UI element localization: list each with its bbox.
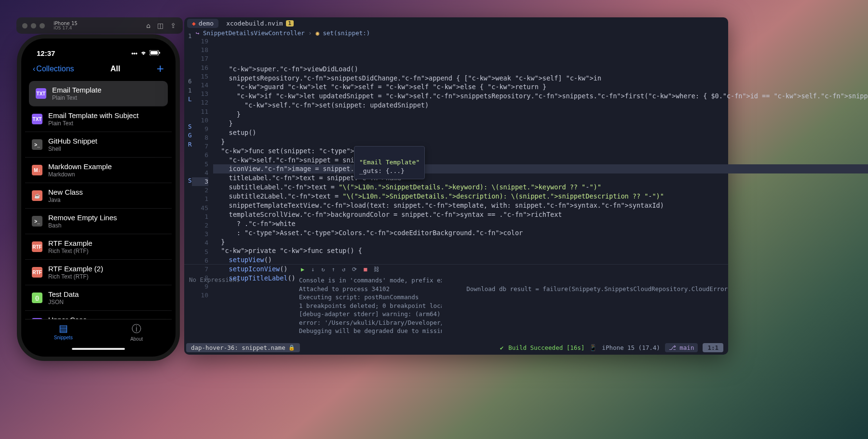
list-item[interactable]: >_ GitHub Snippet Shell	[25, 132, 172, 158]
list-item[interactable]: TXT Email Template Plain Text	[29, 81, 168, 106]
line-number: 15	[192, 72, 208, 81]
svg-rect-1	[150, 51, 158, 54]
tab-badge: 1	[286, 20, 294, 27]
file-icon: ☕	[32, 190, 42, 201]
step-back-icon[interactable]: ↺	[342, 266, 345, 273]
code-line[interactable]: : "c-type">Asset."c-type">Colors."c-fn">…	[213, 228, 868, 238]
list-item[interactable]: {} Test Data JSON	[25, 285, 172, 311]
step-into-icon[interactable]: ↻	[321, 266, 325, 273]
code-line[interactable]: "c-kw">private "c-kw">func setup() {	[213, 246, 868, 255]
item-subtitle: Shell	[48, 146, 97, 152]
line-number: 12	[192, 98, 208, 107]
code-line[interactable]: "c-kw">guard "c-kw">let "c-kw">self = "c…	[213, 82, 868, 92]
screenshot-icon[interactable]: ◫	[157, 22, 163, 29]
code-line[interactable]: "c-kw">self."c-fn">set(snippet: updatedS…	[213, 101, 868, 110]
code-line[interactable]: "c-kw">super."c-fn">viewDidLoad()	[213, 65, 868, 74]
step-over-icon[interactable]: ↓	[311, 266, 314, 273]
breadcrumb-class[interactable]: SnippetDetailsViewController	[203, 29, 305, 37]
code-line[interactable]: ? ."c-fn">white	[213, 219, 868, 228]
home-indicator[interactable]	[72, 348, 125, 350]
line-number: 17	[192, 54, 208, 63]
tab-xcodebuild-label: xcodebuild.nvim	[226, 20, 283, 27]
code-line[interactable]: subtitle2Label."c-fn">text = "\(">L10n."…	[213, 192, 868, 201]
file-icon: TXT	[32, 114, 42, 124]
home-icon[interactable]: ⌂	[146, 22, 150, 29]
snippet-list[interactable]: TXT Email Template Plain TextTXT Email T…	[25, 81, 172, 322]
code-line[interactable]: "c-kw">if "c-kw">let updatedSnippet = "c…	[213, 92, 868, 101]
svg-rect-2	[159, 52, 160, 53]
item-title: Test Data	[48, 290, 79, 298]
stop-icon[interactable]: ■	[364, 266, 367, 273]
item-title: Email Template with Subject	[48, 111, 138, 120]
line-number: 9	[192, 125, 208, 133]
file-icon: RTF	[32, 267, 42, 278]
lock-icon: 🔒	[288, 345, 295, 351]
code-line[interactable]: subtitleLabel."c-fn">text = "\(">L10n.">…	[213, 183, 868, 192]
breadcrumb[interactable]: ↪ SnippetDetailsViewController › ◉ set(s…	[192, 29, 868, 37]
code-line[interactable]: setup()	[213, 128, 868, 137]
code-line[interactable]: titleLabel."c-fn">text = snippet."c-fn">…	[213, 173, 868, 183]
debug-toolbar: ▶ ↓ ↻ ↑ ↺ ⟳ ■ ⛓	[296, 264, 384, 275]
status-device: iPhone 15 (17.4)	[602, 344, 660, 351]
code-line[interactable]: "c-kw">self."c-fn">snippet = snippet	[213, 156, 868, 165]
status-left: dap-hover-36: snippet.name 🔒	[186, 343, 300, 352]
list-item[interactable]: RTF RTF Example (2) Rich Text (RTF)	[25, 260, 172, 285]
line-number: 13	[192, 90, 208, 98]
sim-device: iPhone 15	[54, 21, 142, 26]
code-area[interactable]: "c-kw">super."c-fn">viewDidLoad() snippe…	[213, 37, 868, 262]
code-line[interactable]: }	[213, 238, 868, 247]
tab-snippets[interactable]: ▤ Snippets	[54, 322, 73, 340]
line-number: 8	[192, 133, 208, 142]
breadcrumb-func[interactable]: set(snippet:)	[323, 29, 370, 37]
line-number: 3	[192, 177, 208, 186]
console-line: [debug-adapter stderr] warning: (arm64) …	[299, 310, 439, 319]
line-number: 16	[192, 64, 208, 72]
list-item[interactable]: RTF RTF Example Rich Text (RTF)	[25, 234, 172, 260]
iphone-screen: 12:37 ••• ‹ Collections All + TXT Email …	[25, 42, 172, 353]
code-line[interactable]: snippetTemplateTextView."c-fn">load(text…	[213, 201, 868, 210]
minimize-icon[interactable]	[31, 23, 36, 28]
disconnect-icon[interactable]: ⛓	[374, 266, 380, 273]
code-line[interactable]: }	[213, 137, 868, 146]
code-line[interactable]: snippetsRepository."c-fn">snippetsDidCha…	[213, 74, 868, 83]
close-icon[interactable]	[22, 23, 27, 28]
line-number: 19	[192, 37, 208, 46]
battery-icon	[149, 50, 160, 57]
code-line[interactable]: }	[213, 119, 868, 128]
git-branch[interactable]: ⎇ main	[665, 343, 698, 352]
code-line[interactable]: templateScrollView."c-fn">backgroundColo…	[213, 210, 868, 219]
code-line[interactable]: "c-kw">func set(snippet: "c-type">Snippe…	[213, 146, 868, 156]
share-icon[interactable]: ⇪	[170, 22, 176, 29]
list-item[interactable]: ☕ New Class Java	[25, 183, 172, 209]
code-line[interactable]: iconView."c-fn">image = snippet.syn	[213, 164, 868, 173]
file-icon: >_	[32, 216, 42, 226]
tab-demo[interactable]: ◆ demo	[187, 19, 218, 28]
code-line[interactable]: setupView()	[213, 255, 868, 265]
code-line[interactable]: setupTitleLabel()	[213, 274, 868, 283]
item-subtitle: Java	[48, 197, 83, 203]
tab-about[interactable]: ⓘ About	[130, 322, 143, 342]
line-number: 2	[192, 221, 208, 230]
tab-xcodebuild[interactable]: xcodebuild.nvim 1	[221, 19, 298, 28]
add-button[interactable]: +	[157, 61, 164, 76]
restart-icon[interactable]: ⟳	[352, 266, 357, 273]
code-line[interactable]: }	[213, 110, 868, 119]
console-line: Debugging will be degraded due to missin…	[299, 327, 439, 335]
item-subtitle: JSON	[48, 299, 79, 306]
build-status: Build Succeeded [16s]	[508, 344, 584, 351]
nav-title: All	[110, 65, 120, 73]
list-item[interactable]: TXT Email Template with Subject Plain Te…	[25, 106, 172, 132]
back-button[interactable]: ‹ Collections	[33, 65, 74, 73]
line-number: 3	[192, 230, 208, 239]
list-item[interactable]: >_ Remove Empty Lines Bash	[25, 209, 172, 234]
traffic-lights[interactable]	[22, 23, 45, 28]
debug-sidebar[interactable]: 1: tid=37701342: Snippety.SnippetDetails…	[184, 29, 192, 264]
item-subtitle: Plain Text	[48, 120, 138, 127]
continue-icon[interactable]: ▶	[301, 266, 304, 273]
sim-os: iOS 17.4	[54, 26, 142, 31]
step-out-icon[interactable]: ↑	[332, 266, 335, 273]
snippets-icon: ▤	[59, 322, 68, 334]
line-number: 18	[192, 46, 208, 54]
list-item[interactable]: M↓ Markdown Example Markdown	[25, 158, 172, 183]
zoom-icon[interactable]	[40, 23, 45, 28]
